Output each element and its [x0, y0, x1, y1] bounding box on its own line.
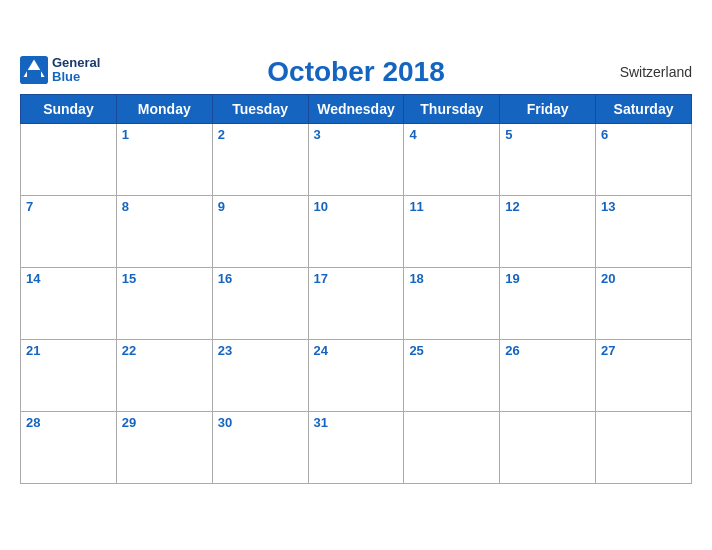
day-number: 31 [314, 415, 328, 430]
logo-area: General Blue [20, 56, 100, 85]
calendar-day-cell [596, 412, 692, 484]
day-number: 8 [122, 199, 129, 214]
day-number: 12 [505, 199, 519, 214]
calendar-day-cell: 29 [116, 412, 212, 484]
header-wednesday: Wednesday [308, 95, 404, 124]
calendar-week-row: 78910111213 [21, 196, 692, 268]
header-saturday: Saturday [596, 95, 692, 124]
calendar-day-cell: 19 [500, 268, 596, 340]
calendar-body: 1234567891011121314151617181920212223242… [21, 124, 692, 484]
day-number: 13 [601, 199, 615, 214]
header-tuesday: Tuesday [212, 95, 308, 124]
day-number: 23 [218, 343, 232, 358]
day-number: 3 [314, 127, 321, 142]
day-number: 10 [314, 199, 328, 214]
day-number: 6 [601, 127, 608, 142]
calendar-day-cell: 23 [212, 340, 308, 412]
calendar-week-row: 28293031 [21, 412, 692, 484]
calendar-day-cell: 25 [404, 340, 500, 412]
day-number: 21 [26, 343, 40, 358]
day-number: 5 [505, 127, 512, 142]
calendar-day-cell: 10 [308, 196, 404, 268]
calendar-day-cell: 28 [21, 412, 117, 484]
calendar-day-cell: 16 [212, 268, 308, 340]
header-sunday: Sunday [21, 95, 117, 124]
logo-text: General Blue [52, 56, 100, 85]
calendar-day-cell: 12 [500, 196, 596, 268]
calendar-day-cell: 26 [500, 340, 596, 412]
calendar-day-cell: 27 [596, 340, 692, 412]
generalblue-logo-icon [20, 56, 48, 84]
calendar-day-cell: 9 [212, 196, 308, 268]
weekday-header-row: Sunday Monday Tuesday Wednesday Thursday… [21, 95, 692, 124]
day-number: 29 [122, 415, 136, 430]
day-number: 2 [218, 127, 225, 142]
calendar-day-cell: 11 [404, 196, 500, 268]
calendar-day-cell: 30 [212, 412, 308, 484]
calendar-day-cell: 2 [212, 124, 308, 196]
day-number: 11 [409, 199, 423, 214]
calendar-day-cell: 4 [404, 124, 500, 196]
calendar-day-cell: 7 [21, 196, 117, 268]
day-number: 27 [601, 343, 615, 358]
country-label: Switzerland [620, 64, 692, 80]
day-number: 19 [505, 271, 519, 286]
calendar-day-cell: 5 [500, 124, 596, 196]
calendar-day-cell: 22 [116, 340, 212, 412]
calendar-week-row: 21222324252627 [21, 340, 692, 412]
calendar-day-cell: 15 [116, 268, 212, 340]
day-number: 17 [314, 271, 328, 286]
day-number: 28 [26, 415, 40, 430]
calendar-day-cell: 18 [404, 268, 500, 340]
day-number: 20 [601, 271, 615, 286]
calendar-day-cell [21, 124, 117, 196]
header-friday: Friday [500, 95, 596, 124]
day-number: 30 [218, 415, 232, 430]
calendar-table: Sunday Monday Tuesday Wednesday Thursday… [20, 94, 692, 484]
logo-line1: General [52, 56, 100, 70]
day-number: 16 [218, 271, 232, 286]
day-number: 18 [409, 271, 423, 286]
day-number: 9 [218, 199, 225, 214]
day-number: 7 [26, 199, 33, 214]
calendar-week-row: 14151617181920 [21, 268, 692, 340]
header-monday: Monday [116, 95, 212, 124]
calendar-header: General Blue October 2018 Switzerland [20, 56, 692, 88]
calendar-day-cell: 8 [116, 196, 212, 268]
header-thursday: Thursday [404, 95, 500, 124]
calendar-day-cell: 14 [21, 268, 117, 340]
day-number: 14 [26, 271, 40, 286]
day-number: 1 [122, 127, 129, 142]
day-number: 25 [409, 343, 423, 358]
svg-rect-2 [27, 70, 41, 78]
calendar-day-cell: 6 [596, 124, 692, 196]
day-number: 15 [122, 271, 136, 286]
calendar-day-cell: 21 [21, 340, 117, 412]
calendar-day-cell: 13 [596, 196, 692, 268]
logo-line2: Blue [52, 70, 100, 84]
day-number: 26 [505, 343, 519, 358]
day-number: 4 [409, 127, 416, 142]
calendar-week-row: 123456 [21, 124, 692, 196]
calendar-day-cell: 17 [308, 268, 404, 340]
calendar-day-cell: 1 [116, 124, 212, 196]
day-number: 24 [314, 343, 328, 358]
calendar-day-cell [404, 412, 500, 484]
calendar-title: October 2018 [267, 56, 444, 88]
day-number: 22 [122, 343, 136, 358]
calendar-day-cell: 24 [308, 340, 404, 412]
calendar-day-cell [500, 412, 596, 484]
calendar-day-cell: 20 [596, 268, 692, 340]
calendar-wrapper: General Blue October 2018 Switzerland Su… [0, 46, 712, 504]
calendar-day-cell: 31 [308, 412, 404, 484]
calendar-day-cell: 3 [308, 124, 404, 196]
